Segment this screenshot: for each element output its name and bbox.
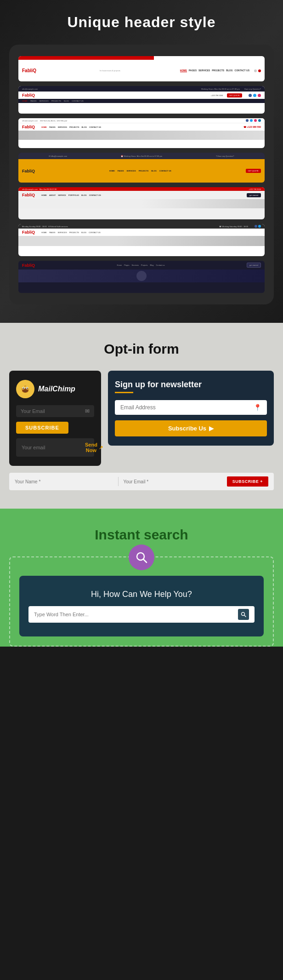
- header5-top-bar: info@example.com Mon-Sat 09:00-07:00 +12…: [18, 187, 265, 191]
- svg-line-9: [143, 559, 147, 562]
- mailchimp-brand-text: MailChimp: [38, 385, 75, 393]
- header3-nav-home: HOME: [41, 126, 47, 128]
- header1-nav-contact: CONTACT US: [235, 69, 249, 72]
- subscribe-divider: [118, 477, 119, 486]
- search-box-outer: Hi, How Can We Help You?: [9, 556, 274, 647]
- header7-nav: FabliQ Home Pages Services Projects Blog…: [18, 261, 265, 269]
- search-help-text: Hi, How Can We Help You?: [28, 590, 255, 599]
- section-instant-search: Instant search Hi, How Can We Help You?: [0, 509, 283, 647]
- header6-nav: FabliQ HOME PAGES SERVICES PROJECTS BLOG…: [18, 229, 265, 236]
- header6-fb-icon: [255, 225, 257, 228]
- header3-phone: ☎ +123 988 550: [243, 126, 261, 128]
- header2-hours: Working Hours: Mon-Sat 09:00 am to 07:00…: [201, 88, 240, 90]
- header3-nav: FabliQ HOME PAGES SERVICES PROJECTS BLOG…: [18, 123, 265, 131]
- header7-hero: [18, 269, 265, 282]
- subscribe-name-input[interactable]: [15, 479, 113, 484]
- mailchimp-email-input[interactable]: [21, 408, 85, 414]
- header7-links: Home Pages Services Projects Blog Contac…: [38, 264, 244, 266]
- header6-hours-text: ☎ Working Saturday 09:00 - 18:00: [219, 225, 248, 228]
- header6-nav-pages: PAGES: [49, 231, 56, 234]
- header5-cta-btn[interactable]: get started: [247, 193, 261, 197]
- header4-nav-services: SERVICES: [127, 170, 136, 172]
- subscribe-email-input[interactable]: [123, 479, 222, 484]
- header3-social-li: [258, 119, 261, 122]
- newsletter-title-underline: [115, 392, 133, 393]
- header5-nav-about: ABOUT: [49, 194, 56, 196]
- header2-phone: +123 796 5564: [211, 94, 223, 97]
- header6-top-bar: Monday-Sunday 08:00 - 18:00 ✉ Robink Sul…: [18, 224, 265, 229]
- header5-nav-blog: BLOG: [81, 194, 87, 196]
- header6-nav-blog: BLOG: [81, 231, 86, 234]
- newsletter-email-icon: 📍: [254, 404, 261, 411]
- header5-top-text: info@example.com Mon-Sat 09:00-07:00: [22, 188, 57, 190]
- header2-top-bar: info@example.com Working Hours: Mon-Sat …: [18, 86, 265, 92]
- header7-nav-pages: Pages: [124, 264, 129, 266]
- header1-tagline: for businesses & projects: [43, 69, 177, 72]
- header5-nav-service: SERVICE: [58, 194, 66, 196]
- header7-cta-btn[interactable]: get started: [247, 263, 261, 268]
- header6-nav-projects: PROJECTS: [69, 231, 79, 234]
- header3-nav-services: SERVICES: [58, 126, 67, 128]
- header2-nav-blog: BLOG: [64, 100, 69, 102]
- newsletter-subscribe-button[interactable]: Subscribe Us ▶: [115, 420, 267, 436]
- svg-point-10: [242, 613, 245, 616]
- svg-point-6: [22, 389, 23, 390]
- subscribe-bottom-button[interactable]: SUBSCRIBE +: [227, 476, 268, 487]
- header5-nav-contact: CONTACT US: [89, 194, 101, 196]
- header2-mid: FabliQ +123 796 5564 GET QUOTE: [18, 92, 265, 99]
- header2-nav-contact: CONTACT US: [72, 100, 84, 102]
- header1-nav: FabliQ for businesses & projects HOME PA…: [18, 60, 265, 81]
- header-mockup-2: info@example.com Working Hours: Mon-Sat …: [18, 86, 265, 114]
- header4-logo: FabliQ: [22, 169, 35, 173]
- header4-nav: FabliQ HOME PAGES SERVICES PROJECTS BLOG…: [18, 159, 265, 183]
- header5-links: HOME ABOUT SERVICE PORTFOLIO BLOG CONTAC…: [41, 194, 244, 196]
- search-dark-panel: Hi, How Can We Help You?: [19, 576, 264, 636]
- svg-line-11: [244, 615, 246, 617]
- optin-row1: MailChimp ✉ SUBSCRIBE Send Now ↗: [9, 371, 274, 466]
- newsletter-email-input-wrap: 📍: [115, 400, 267, 415]
- send-now-email-input[interactable]: [22, 445, 85, 450]
- header5-nav-portfolio: PORTFOLIO: [68, 194, 79, 196]
- header3-logo: FabliQ: [22, 125, 35, 129]
- header1-nav-projects: PROJECTS: [212, 69, 224, 72]
- header4-cta-btn[interactable]: GET QUOTE: [246, 169, 261, 173]
- newsletter-title: Sign up for newsletter: [115, 380, 267, 390]
- mailchimp-monkey-icon: [16, 380, 34, 398]
- mailchimp-subscribe-button[interactable]: SUBSCRIBE: [16, 422, 68, 434]
- header4-question: ? Have any Question?: [216, 155, 234, 157]
- header1-icon-pin: [258, 69, 261, 72]
- search-submit-button[interactable]: [238, 609, 249, 620]
- header4-nav-pages: PAGES: [118, 170, 124, 172]
- header2-email: info@example.com: [22, 88, 38, 90]
- header2-social-tw: [253, 94, 256, 97]
- header2-nav-pages: PAGES: [30, 100, 37, 102]
- header4-email: ✉ bfbq@example.com: [49, 155, 67, 157]
- header2-cta-btn[interactable]: GET QUOTE: [227, 93, 242, 97]
- header-mockup-6: Monday-Sunday 08:00 - 18:00 ✉ Robink Sul…: [18, 224, 265, 256]
- header-mockup-1: FabliQ for businesses & projects HOME PA…: [18, 56, 265, 81]
- header2-nav: HOME PAGES SERVICES PROJECTS BLOG CONTAC…: [18, 99, 265, 103]
- header2-social-fb: [249, 94, 252, 97]
- header-mockup-7: FabliQ Home Pages Services Projects Blog…: [18, 261, 265, 293]
- header7-nav-blog: Blog: [150, 264, 153, 266]
- mailchimp-widget: MailChimp ✉ SUBSCRIBE Send Now ↗: [9, 371, 101, 466]
- header3-nav-pages: PAGES: [49, 126, 56, 128]
- newsletter-email-input[interactable]: [120, 404, 254, 411]
- header1-nav-home: HOME: [180, 69, 187, 72]
- newsletter-widget: Sign up for newsletter 📍 Subscribe Us ▶: [108, 371, 274, 446]
- header2-nav-services: SERVICES: [40, 100, 49, 102]
- header6-nav-services: SERVICES: [58, 231, 67, 234]
- header3-nav-projects: PROJECTS: [69, 126, 79, 128]
- header-mockup-5: info@example.com Mon-Sat 09:00-07:00 +12…: [18, 187, 265, 219]
- header2-nav-home: HOME: [22, 100, 28, 102]
- search-text-input[interactable]: [34, 612, 238, 617]
- header7-nav-contact: Contact us: [156, 264, 164, 266]
- send-now-button[interactable]: Send Now ↗: [85, 442, 103, 453]
- header4-hours: ⏰ Working Hours: Mon-Sat 09:00 am to 07:…: [121, 155, 162, 157]
- header2-question: Have any Question?: [244, 88, 261, 90]
- mailchimp-email-input-wrap: ✉: [16, 405, 94, 417]
- header1-logo: FabliQ: [22, 68, 36, 73]
- header1-nav-blog: BLOG: [226, 69, 232, 72]
- section1-title: Unique header style: [9, 14, 274, 31]
- header4-nav-contact: CONTACT US: [159, 170, 171, 172]
